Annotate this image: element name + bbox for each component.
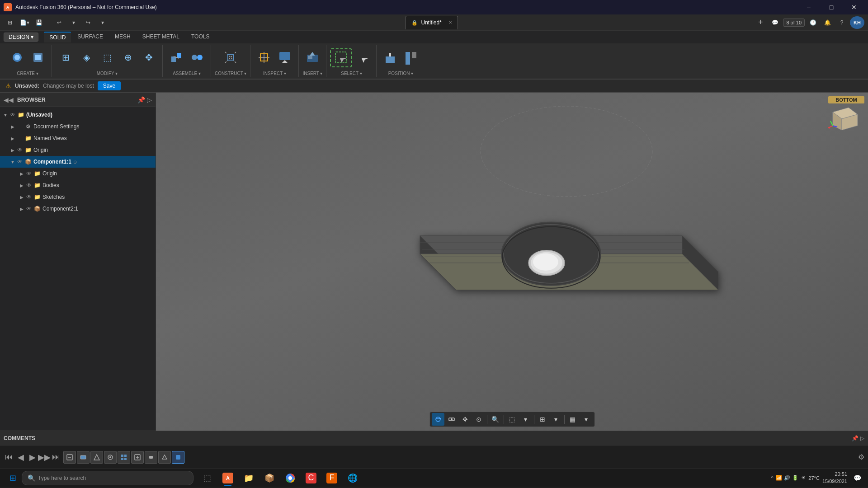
expand-bodies[interactable]: ▶ (18, 182, 25, 189)
bell-button[interactable]: 🔔 (821, 16, 834, 29)
look-button[interactable] (445, 413, 458, 426)
expand-component2[interactable]: ▶ (18, 205, 25, 212)
timeline-settings-button[interactable]: ⚙ (858, 453, 864, 461)
view-cube[interactable]: BOTTOM X (828, 96, 864, 128)
redo-button[interactable]: ↪ (82, 16, 94, 29)
tree-item-component2[interactable]: ▶ 👁 📦 Component2:1 (0, 203, 156, 215)
comments-pin-button[interactable]: 📌 (852, 435, 859, 441)
visibility-sketches[interactable]: 👁 (25, 193, 33, 201)
zoom-button[interactable]: 🔍 (489, 413, 502, 426)
design-mode-button[interactable]: DESIGN ▾ (4, 33, 38, 42)
volume-icon[interactable]: 🔊 (784, 475, 790, 481)
expand-sketches[interactable]: ▶ (18, 193, 25, 201)
orbit-button[interactable] (432, 413, 444, 426)
tab-solid[interactable]: SOLID (44, 32, 71, 42)
visibility-root[interactable]: 👁 (9, 111, 16, 118)
file-menu-button[interactable]: 📄▾ (18, 16, 31, 29)
grid-dropdown[interactable]: ▾ (550, 413, 562, 426)
timeline-item-9[interactable] (172, 451, 184, 464)
timeline-item-2[interactable] (77, 451, 90, 464)
select-btn-1[interactable] (330, 48, 352, 67)
tray-expand-button[interactable]: ^ (771, 475, 774, 480)
taskview-app[interactable]: ⬚ (197, 469, 217, 487)
undo-dropdown[interactable]: ▾ (67, 16, 80, 29)
options-dropdown[interactable]: ▾ (580, 413, 593, 426)
expand-comp1-origin[interactable]: ▶ (18, 170, 25, 177)
tree-item-component1[interactable]: ▼ 👁 📦 Component1:1 ⊙ (0, 156, 156, 168)
clock-button[interactable]: 🕐 (807, 16, 819, 29)
taskbar-search[interactable]: 🔍 Type here to search (22, 471, 193, 485)
installer-app[interactable]: 📦 (259, 469, 279, 487)
timeline-item-6[interactable] (131, 451, 144, 464)
foxpdf-app[interactable]: F (322, 469, 342, 487)
position-btn-2[interactable] (401, 49, 421, 66)
modify-btn-5[interactable]: ✥ (139, 49, 159, 66)
maximize-button[interactable]: □ (821, 0, 842, 14)
timeline-first-button[interactable]: ⏮ (4, 452, 14, 463)
browser2-app[interactable]: 🌐 (343, 469, 363, 487)
network-icon[interactable]: 📶 (776, 475, 782, 481)
minimize-button[interactable]: – (798, 0, 819, 14)
expand-root[interactable]: ▼ (2, 111, 9, 118)
insert-btn[interactable] (302, 49, 322, 66)
display-dropdown[interactable]: ▾ (519, 413, 532, 426)
tab-surface[interactable]: SURFACE (72, 32, 108, 42)
add-tab-button[interactable]: + (754, 16, 767, 29)
fusion360-app[interactable]: A (218, 469, 238, 487)
create-main-button[interactable] (7, 49, 27, 66)
save-button[interactable]: 💾 (33, 16, 45, 29)
expand-doc-settings[interactable]: ▶ (9, 123, 16, 130)
user-avatar[interactable]: KH (850, 16, 864, 29)
modify-btn-1[interactable]: ⊞ (56, 49, 75, 66)
create-secondary-button[interactable] (28, 49, 48, 66)
comments-expand-button[interactable]: ▷ (860, 435, 864, 441)
tree-item-named-views[interactable]: ▶ 📁 Named Views (0, 132, 156, 144)
grid-button[interactable]: ⊞ (536, 413, 549, 426)
timeline-item-1[interactable] (63, 451, 76, 464)
browser-pin-button[interactable]: 📌 (137, 96, 145, 103)
timeline-item-3[interactable] (90, 451, 103, 464)
construct-btn-1[interactable] (221, 49, 241, 66)
visibility-comp1-origin[interactable]: 👁 (25, 170, 33, 177)
redo-dropdown[interactable]: ▾ (96, 16, 109, 29)
select-btn-2[interactable] (353, 49, 373, 66)
modify-btn-4[interactable]: ⊕ (118, 49, 138, 66)
battery-icon[interactable]: 🔋 (792, 475, 798, 481)
tab-tools[interactable]: TOOLS (186, 32, 215, 42)
expand-component1[interactable]: ▼ (9, 158, 16, 165)
timeline-prev-button[interactable]: ◀ (15, 452, 26, 463)
chrome2-app[interactable]: C (301, 469, 321, 487)
start-button[interactable]: ⊞ (4, 469, 22, 487)
close-button[interactable]: ✕ (844, 0, 864, 14)
expand-named-views[interactable]: ▶ (9, 135, 16, 142)
assemble-btn-2[interactable] (187, 49, 207, 66)
tab-mesh[interactable]: MESH (109, 32, 136, 42)
tree-item-bodies[interactable]: ▶ 👁 📁 Bodies (0, 179, 156, 191)
inspect-btn-2[interactable] (275, 49, 295, 66)
explorer-app[interactable]: 📁 (239, 469, 259, 487)
pan-button[interactable]: ✥ (459, 413, 472, 426)
tab-close-button[interactable]: × (449, 19, 452, 26)
grid-menu-button[interactable]: ⊞ (4, 16, 16, 29)
assemble-btn-1[interactable] (166, 49, 186, 66)
expand-origin[interactable]: ▶ (9, 146, 16, 154)
tree-item-origin[interactable]: ▶ 👁 📁 Origin (0, 144, 156, 156)
save-now-button[interactable]: Save (98, 81, 121, 90)
browser-back-button[interactable]: ◀◀ (4, 96, 14, 103)
chrome-app[interactable] (280, 469, 300, 487)
tree-item-sketches[interactable]: ▶ 👁 📁 Sketches (0, 191, 156, 203)
undo-button[interactable]: ↩ (53, 16, 66, 29)
visibility-component1[interactable]: 👁 (16, 158, 24, 165)
tree-item-comp1-origin[interactable]: ▶ 👁 📁 Origin (0, 168, 156, 179)
notification-button[interactable]: 💬 (850, 471, 864, 485)
timeline-item-4[interactable] (104, 451, 117, 464)
visibility-origin[interactable]: 👁 (16, 146, 24, 154)
timeline-next-button[interactable]: ▶▶ (39, 452, 50, 463)
browser-expand-button[interactable]: ▷ (147, 96, 152, 103)
timeline-last-button[interactable]: ⏭ (51, 452, 61, 463)
display-type-button[interactable]: ⬚ (506, 413, 519, 426)
timeline-item-7[interactable] (145, 451, 157, 464)
tree-item-doc-settings[interactable]: ▶ ⚙ Document Settings (0, 121, 156, 132)
timeline-item-5[interactable] (118, 451, 130, 464)
chat-button[interactable]: 💬 (769, 16, 781, 29)
